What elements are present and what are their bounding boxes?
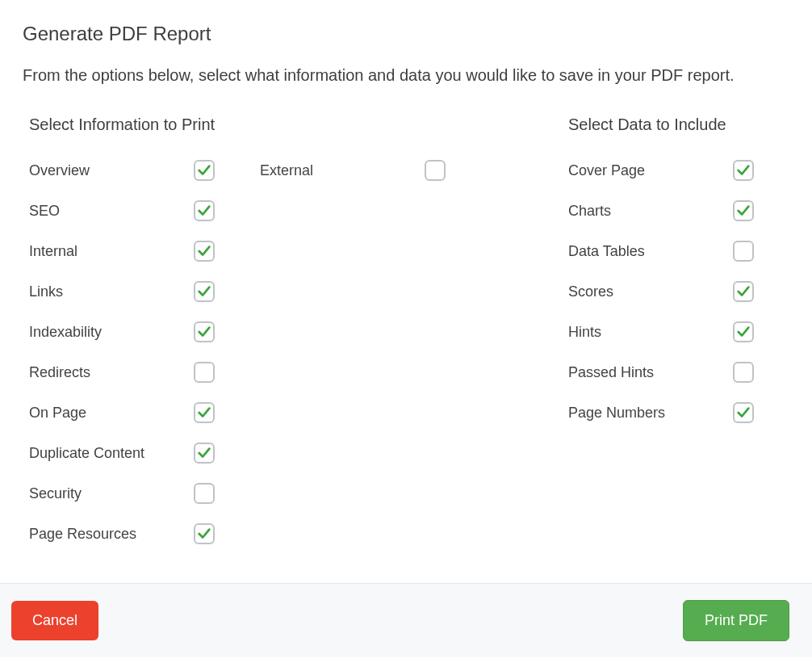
option-row: Internal — [29, 231, 215, 271]
option-row: Redirects — [29, 352, 215, 392]
checkbox-overview[interactable] — [194, 160, 215, 181]
option-label: Passed Hints — [568, 364, 654, 381]
print-pdf-button[interactable]: Print PDF — [683, 600, 789, 641]
info-col-a: Overview SEO Internal Links — [29, 150, 215, 554]
option-label: Cover Page — [568, 162, 645, 179]
option-label: Redirects — [29, 364, 90, 381]
checkbox-on-page[interactable] — [194, 402, 215, 423]
description-text: From the options below, select what info… — [23, 63, 765, 88]
page-title: Generate PDF Report — [23, 23, 789, 45]
info-col-b: External — [260, 150, 446, 554]
cancel-button[interactable]: Cancel — [11, 601, 98, 640]
dialog-footer: Cancel Print PDF — [0, 583, 812, 657]
info-section: Select Information to Print Overview SEO — [29, 115, 446, 554]
option-row: Charts — [568, 191, 754, 231]
checkbox-duplicate-content[interactable] — [194, 443, 215, 464]
option-row: Links — [29, 271, 215, 312]
dialog: Generate PDF Report From the options bel… — [0, 0, 812, 657]
checkbox-page-numbers[interactable] — [733, 402, 754, 423]
option-row: Data Tables — [568, 231, 754, 271]
option-row: Passed Hints — [568, 352, 754, 392]
checkbox-data-tables[interactable] — [733, 241, 754, 262]
checkbox-scores[interactable] — [733, 281, 754, 302]
option-label: Hints — [568, 324, 601, 341]
checkbox-links[interactable] — [194, 281, 215, 302]
option-row: Page Numbers — [568, 392, 754, 433]
option-label: Internal — [29, 243, 77, 260]
option-label: On Page — [29, 405, 86, 422]
dialog-content: Generate PDF Report From the options bel… — [0, 0, 812, 583]
option-row: Duplicate Content — [29, 433, 215, 473]
option-row: On Page — [29, 392, 215, 433]
data-section: Select Data to Include Cover Page Charts… — [568, 115, 754, 554]
option-row: Scores — [568, 271, 754, 312]
option-label: Scores — [568, 283, 613, 300]
checkbox-hints[interactable] — [733, 321, 754, 342]
option-label: Links — [29, 283, 63, 300]
data-col: Cover Page Charts Data Tables Scores — [568, 150, 754, 433]
option-label: Duplicate Content — [29, 445, 144, 462]
option-row: External — [260, 150, 446, 191]
checkbox-page-resources[interactable] — [194, 523, 215, 544]
option-row: SEO — [29, 191, 215, 231]
info-columns-wrap: Overview SEO Internal Links — [29, 150, 446, 554]
option-row: Page Resources — [29, 514, 215, 554]
checkbox-redirects[interactable] — [194, 362, 215, 383]
data-heading: Select Data to Include — [568, 115, 754, 134]
checkbox-security[interactable] — [194, 483, 215, 504]
checkbox-internal[interactable] — [194, 241, 215, 262]
option-label: Security — [29, 485, 82, 502]
checkbox-external[interactable] — [425, 160, 446, 181]
option-label: Data Tables — [568, 243, 645, 260]
checkbox-passed-hints[interactable] — [733, 362, 754, 383]
info-heading: Select Information to Print — [29, 115, 446, 134]
option-label: External — [260, 162, 313, 179]
option-row: Overview — [29, 150, 215, 191]
option-label: Overview — [29, 162, 90, 179]
options-columns: Select Information to Print Overview SEO — [23, 115, 789, 554]
option-row: Security — [29, 473, 215, 514]
checkbox-charts[interactable] — [733, 200, 754, 221]
option-row: Hints — [568, 312, 754, 352]
option-label: Charts — [568, 203, 611, 220]
checkbox-indexability[interactable] — [194, 321, 215, 342]
spacer — [491, 115, 523, 554]
option-label: Indexability — [29, 324, 102, 341]
option-label: Page Resources — [29, 526, 136, 543]
option-row: Indexability — [29, 312, 215, 352]
option-label: SEO — [29, 203, 60, 220]
checkbox-cover-page[interactable] — [733, 160, 754, 181]
option-row: Cover Page — [568, 150, 754, 191]
option-label: Page Numbers — [568, 405, 665, 422]
checkbox-seo[interactable] — [194, 200, 215, 221]
